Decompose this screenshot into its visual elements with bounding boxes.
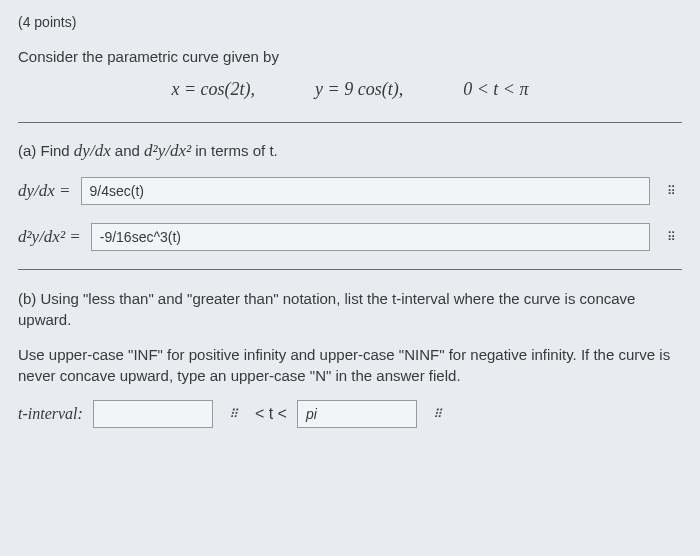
keypad-icon[interactable]: ⠿	[660, 228, 682, 246]
pa-expr1: dy/dx	[74, 141, 111, 160]
t-interval-label: t-interval:	[18, 405, 83, 423]
intro-text: Consider the parametric curve given by	[18, 48, 682, 65]
dy-dx-label: dy/dx =	[18, 181, 71, 201]
divider	[18, 122, 682, 123]
pa-suffix: in terms of t.	[191, 142, 278, 159]
upper-bound-input[interactable]: pi	[297, 400, 417, 428]
pa-expr2: d²y/dx²	[144, 141, 191, 160]
pa-mid: and	[111, 142, 144, 159]
eq-range: 0 < t < π	[463, 79, 528, 100]
eq-x: x = cos(2t),	[171, 79, 255, 100]
d2y-dx2-row: d²y/dx² = -9/16sec^3(t) ⠿	[18, 223, 682, 251]
keypad-icon[interactable]: ⠿	[660, 182, 682, 200]
keypad-icon[interactable]: ⠿	[223, 405, 245, 423]
divider	[18, 269, 682, 270]
keypad-icon[interactable]: ⠿	[427, 405, 449, 423]
dy-dx-input[interactable]: 9/4sec(t)	[81, 177, 650, 205]
eq-y: y = 9 cos(t),	[315, 79, 403, 100]
part-b-line2: Use upper-case "INF" for positive infini…	[18, 344, 682, 386]
d2y-dx2-label: d²y/dx² =	[18, 227, 81, 247]
dy-dx-row: dy/dx = 9/4sec(t) ⠿	[18, 177, 682, 205]
part-b-line1: (b) Using "less than" and "greater than"…	[18, 288, 682, 330]
pa-prefix: (a) Find	[18, 142, 74, 159]
points-label: (4 points)	[18, 14, 682, 30]
d2y-dx2-input[interactable]: -9/16sec^3(t)	[91, 223, 650, 251]
equation-row: x = cos(2t), y = 9 cos(t), 0 < t < π	[18, 79, 682, 100]
part-a-prompt: (a) Find dy/dx and d²y/dx² in terms of t…	[18, 141, 682, 161]
t-interval-row: t-interval: ⠿ < t < pi ⠿	[18, 400, 682, 428]
lower-bound-input[interactable]	[93, 400, 213, 428]
inequality-text: < t <	[255, 405, 287, 423]
